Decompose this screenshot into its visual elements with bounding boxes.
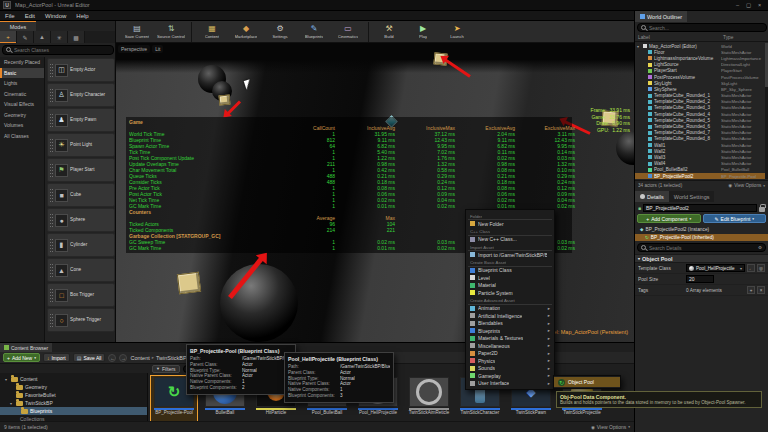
place-category[interactable]: Visual Effects [0, 99, 44, 110]
context-menu-row[interactable]: Blueprints ▸ [466, 327, 554, 335]
context-menu-row[interactable]: New C++ Class... [466, 236, 554, 244]
mode-icon[interactable]: ✎ [17, 31, 34, 43]
outliner-row[interactable]: Wall3 StaticMeshActor [635, 154, 765, 160]
folder-item[interactable]: ▾ Content [0, 375, 147, 383]
asset-tile[interactable]: TwinStickAimReticle [405, 375, 453, 423]
template-class-dropdown[interactable]: Pool_HellProjectile▾ [686, 264, 745, 272]
context-menu-row[interactable]: Import Asset [468, 244, 552, 251]
outliner-row[interactable]: TemplateCube_Rounded_8 StaticMeshActor [635, 136, 765, 142]
context-menu-row[interactable]: Material [466, 282, 554, 290]
menu-item[interactable]: Edit [20, 13, 40, 19]
folder-item[interactable]: ▾ TwinStickBP [0, 399, 147, 407]
menu-item[interactable]: Help [71, 13, 93, 19]
details-search-input[interactable] [649, 245, 756, 251]
folder-item[interactable]: FavoriteBullet [0, 391, 147, 399]
context-menu-row[interactable]: Particle System [466, 289, 554, 297]
outliner-row[interactable]: SkySphere BP_Sky_Sphere [635, 86, 765, 92]
context-menu-row[interactable]: Materials & Textures ▸ [466, 335, 554, 343]
search-classes-input[interactable] [14, 47, 110, 53]
filters-button[interactable]: ▼Filters [152, 365, 180, 373]
toolbar-button[interactable]: ▤ Save Current [120, 22, 154, 42]
context-menu-row[interactable]: Sounds ▸ [466, 365, 554, 373]
toolbar-button[interactable]: ⚙ Settings [263, 22, 297, 42]
toolbar-button[interactable]: ▶ Play [406, 22, 440, 42]
mode-icon[interactable]: ▩ [68, 31, 85, 43]
section-object-pool[interactable]: ▾Object Pool [635, 254, 768, 263]
menu-item[interactable]: Window [40, 13, 71, 19]
place-category[interactable]: Cinematic [0, 89, 44, 100]
view-options-button[interactable]: ◉View Options▾ [728, 183, 765, 188]
add-component-button[interactable]: +Add Component▾ [637, 214, 701, 223]
drag-handle-icon[interactable] [49, 189, 54, 202]
pooled-projectile-cube[interactable] [219, 95, 231, 106]
drag-handle-icon[interactable] [49, 64, 54, 77]
mode-icon[interactable]: + [0, 31, 17, 43]
view-mode-dropdown[interactable]: Lit [152, 45, 163, 53]
close-button[interactable]: × [754, 1, 765, 10]
outliner-row[interactable]: Floor StaticMeshActor [635, 49, 765, 55]
place-actor-item[interactable]: ☀ Point Light [47, 133, 115, 157]
drag-handle-icon[interactable] [49, 114, 54, 127]
toolbar-button[interactable]: ◆ Marketplace [229, 22, 263, 42]
toolbar-button[interactable]: ▭ Cinematics [331, 22, 365, 42]
outliner-row[interactable]: Wall1 StaticMeshActor [635, 142, 765, 148]
edit-blueprint-button[interactable]: ✎Edit Blueprint▾ [703, 214, 767, 223]
scene-sphere-large[interactable] [220, 264, 298, 342]
place-actor-item[interactable]: ⚑ Player Start [47, 158, 115, 182]
folder-item[interactable]: Blueprints [0, 407, 147, 415]
context-menu-row[interactable]: Folder [468, 213, 552, 220]
outliner-row[interactable]: TemplateCube_Rounded_6 StaticMeshActor [635, 123, 765, 129]
expander-icon[interactable]: ▾ [637, 44, 641, 49]
tab-world-outliner[interactable]: World Outliner [635, 11, 687, 22]
viewport[interactable]: Perspective Lit Frame:33.91 msGame:33.76… [116, 43, 634, 342]
titlebar[interactable]: U Map_ActorPool - Unreal Editor – ▢ × [0, 0, 768, 11]
outliner-row[interactable]: BP_ProjectilePool2 BP_Projectile-Pool [635, 173, 765, 179]
add-new-button[interactable]: +Add New▾ [3, 353, 40, 362]
component-row[interactable]: ◆ BP_ProjectilePool2 (Instance) [635, 226, 768, 234]
tab-details[interactable]: Details [635, 191, 669, 202]
place-actor-item[interactable]: □ Box Trigger [47, 283, 115, 307]
add-array-element-button[interactable]: + [747, 286, 755, 294]
toolbar-button[interactable]: ➤ Launch [440, 22, 474, 42]
breadcrumb-item[interactable]: Content [130, 355, 149, 361]
menu-item[interactable]: File [0, 13, 20, 19]
drag-handle-icon[interactable] [49, 139, 54, 152]
place-category[interactable]: Volumes [0, 120, 44, 131]
pooled-projectile-cube[interactable] [177, 272, 201, 295]
expander-icon[interactable]: ▾ [10, 401, 14, 406]
drag-handle-icon[interactable] [49, 89, 54, 102]
outliner-search[interactable] [637, 23, 767, 32]
context-menu-row[interactable]: Gameplay ▸ [466, 372, 554, 380]
scene-sphere[interactable] [616, 131, 634, 165]
place-category[interactable]: Recently Placed [0, 57, 44, 68]
outliner-row[interactable]: TemplateCube_Rounded_1 StaticMeshActor [635, 93, 765, 99]
minimize-button[interactable]: – [732, 1, 743, 10]
context-menu-row[interactable]: Blendables ▸ [466, 320, 554, 328]
browse-to-asset-button[interactable]: ◎ [757, 264, 765, 272]
column-label[interactable]: Label [638, 35, 723, 40]
context-menu-row[interactable]: Miscellaneous ▸ [466, 342, 554, 350]
drag-handle-icon[interactable] [49, 264, 54, 277]
drag-handle-icon[interactable] [49, 239, 54, 252]
drag-handle-icon[interactable] [49, 214, 54, 227]
context-menu-row[interactable]: Import to /Game/TwinStickBP/Blueprints..… [466, 251, 554, 259]
view-options-button[interactable]: ◉View Options▾ [591, 424, 630, 430]
outliner-row[interactable]: Wall2 StaticMeshActor [635, 148, 765, 154]
context-menu-row[interactable]: Physics ▸ [466, 357, 554, 365]
place-actor-item[interactable]: ◫ Empty Actor [47, 58, 115, 82]
outliner-row[interactable]: Wall4 StaticMeshActor [635, 161, 765, 167]
place-actor-item[interactable]: ♟ Empty Pawn [47, 108, 115, 132]
lock-icon[interactable] [759, 207, 765, 212]
place-category[interactable]: Basic [0, 68, 44, 79]
mode-icon[interactable]: ✳ [51, 31, 68, 43]
context-menu-row[interactable]: Create Advanced Asset [468, 298, 552, 305]
context-menu-row[interactable]: Paper2D ▸ [466, 350, 554, 358]
outliner-row[interactable]: TemplateCube_Rounded_2 StaticMeshActor [635, 99, 765, 105]
tab-modes[interactable]: Modes [0, 21, 36, 31]
outliner-row[interactable]: TemplateCube_Rounded_5 StaticMeshActor [635, 117, 765, 123]
clear-array-button[interactable]: × [757, 286, 765, 294]
outliner-row[interactable]: PlayerStart PlayerStart [635, 68, 765, 74]
breadcrumb-item[interactable]: TwinStickBP [156, 355, 187, 361]
context-menu-row[interactable]: Create Basic Asset [468, 260, 552, 267]
details-search[interactable]: ⚙ [637, 243, 766, 252]
